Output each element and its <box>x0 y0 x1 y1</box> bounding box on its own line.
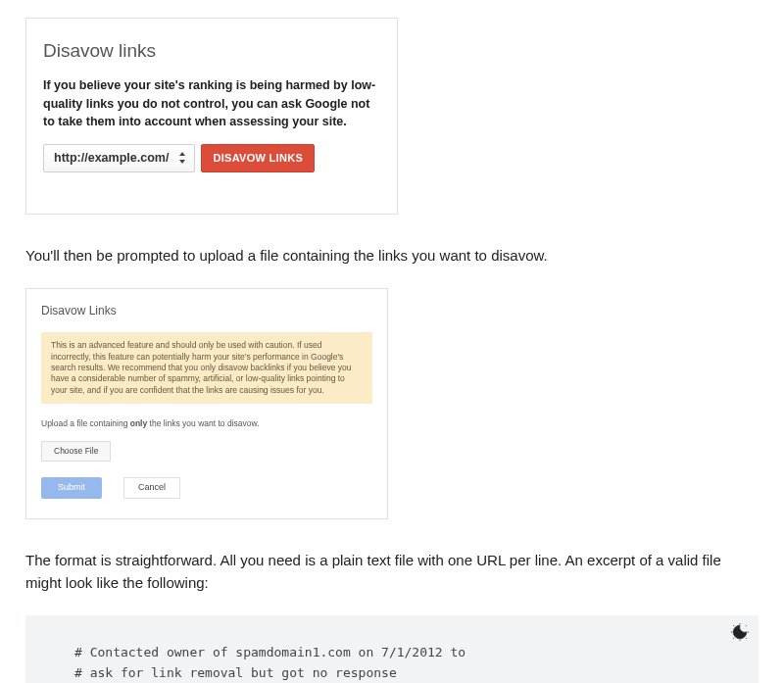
card-title: Disavow links <box>43 36 380 65</box>
code-example-wrapper: # Contacted owner of spamdomain1.com on … <box>25 615 759 683</box>
disavow-links-card: Disavow links If you believe your site's… <box>25 18 398 215</box>
instruction-paragraph-1: You'll then be prompted to upload a file… <box>25 244 759 267</box>
form-button-row: Submit Cancel <box>41 477 372 499</box>
warning-message: This is an advanced feature and should o… <box>41 332 372 404</box>
sort-icon <box>178 152 186 166</box>
cancel-button[interactable]: Cancel <box>123 477 180 499</box>
disavow-links-button[interactable]: DISAVOW LINKS <box>201 144 315 172</box>
choose-file-button[interactable]: Choose File <box>41 441 111 462</box>
upload-card-title: Disavow Links <box>41 302 372 320</box>
theme-toggle-icon[interactable] <box>731 623 749 641</box>
card-description: If you believe your site's ranking is be… <box>43 76 376 129</box>
upload-instructions-prefix: Upload a file containing <box>41 418 130 428</box>
submit-button[interactable]: Submit <box>41 477 102 499</box>
upload-instructions-suffix: the links you want to disavow. <box>147 418 259 428</box>
upload-disavow-card: Disavow Links This is an advanced featur… <box>25 288 388 518</box>
disavow-links-button-label: DISAVOW LINKS <box>213 150 303 167</box>
site-dropdown-value: http://example.com/ <box>54 149 169 168</box>
submit-button-label: Submit <box>58 482 85 492</box>
choose-file-label: Choose File <box>54 446 98 456</box>
instruction-paragraph-2: The format is straightforward. All you n… <box>25 549 759 595</box>
site-dropdown[interactable]: http://example.com/ <box>43 144 195 172</box>
cancel-button-label: Cancel <box>138 482 166 492</box>
upload-instructions: Upload a file containing only the links … <box>41 417 372 430</box>
upload-instructions-bold: only <box>130 418 147 428</box>
card-controls: http://example.com/ DISAVOW LINKS <box>43 144 380 172</box>
disavow-file-example: # Contacted owner of spamdomain1.com on … <box>25 615 759 683</box>
